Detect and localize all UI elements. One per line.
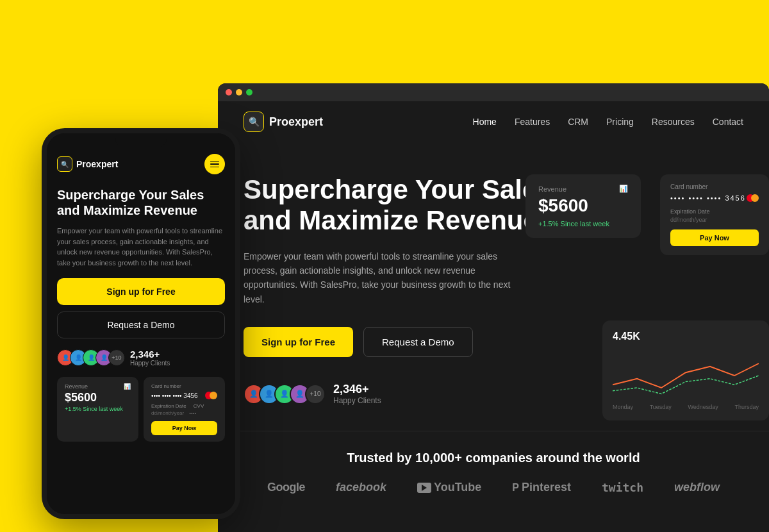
hero-subtitle: Empower your team with powerful tools to…: [244, 249, 513, 307]
line-chart: [613, 350, 759, 401]
play-triangle: [422, 485, 427, 491]
phone-revenue-label: Revenue 📊: [65, 383, 131, 390]
phone-demo-button[interactable]: Request a Demo: [57, 312, 225, 338]
trusted-title: Trusted by 10,000+ companies around the …: [244, 451, 743, 465]
desktop-logo-text: Proexpert: [269, 115, 323, 129]
webflow-logo: webflow: [674, 481, 720, 494]
pay-button[interactable]: Pay Now: [670, 229, 759, 246]
payment-card-number: •••• •••• •••• 3456: [670, 194, 759, 202]
payment-card-label: Card number: [670, 183, 759, 190]
phone-menu-button[interactable]: [204, 154, 225, 174]
phone-hero-subtitle: Empower your team with powerful tools to…: [57, 226, 225, 268]
avatar-overflow: +10: [305, 384, 326, 404]
revenue-amount: $5600: [538, 195, 628, 216]
phone-revenue-growth: +1.5% Since last week: [65, 406, 131, 412]
clients-row: 👤 👤 👤 👤 +10 2,346+ Happy Clients: [244, 383, 577, 405]
minimize-dot: [236, 89, 242, 96]
card-label: Card number: [151, 383, 217, 389]
browser-titlebar: [218, 83, 769, 101]
browser-window: 🔍 Proexpert Home Features CRM Pricing Re…: [218, 83, 769, 532]
nav-item-features[interactable]: Features: [515, 116, 550, 128]
phone-logo-icon: 🔍: [57, 156, 72, 172]
logo-area: 🔍 Proexpert: [244, 112, 323, 132]
google-logo: Google: [267, 481, 305, 494]
phone-clients-label: Happy Clients: [130, 360, 170, 367]
nav-item-crm[interactable]: CRM: [568, 116, 588, 128]
nav-links: Home Features CRM Pricing Resources Cont…: [473, 116, 743, 128]
payment-card: Card number •••• •••• •••• 3456 Expirati…: [660, 174, 769, 255]
demo-button[interactable]: Request a Demo: [363, 327, 473, 357]
close-dot: [226, 89, 232, 96]
trusted-section: Trusted by 10,000+ companies around the …: [218, 431, 769, 513]
phone-screen: 🔍 Proexpert Supercharge Your Sales and M…: [47, 133, 235, 514]
twitch-logo: twitch: [602, 481, 643, 494]
youtube-logo: YouTube: [417, 481, 481, 494]
revenue-card-label: Revenue 📊: [538, 185, 628, 193]
expiry-label: Expiration Date CVV: [151, 403, 217, 409]
phone-nav: 🔍 Proexpert: [57, 154, 225, 174]
chart-value: 4.45K: [613, 331, 759, 342]
nav-item-pricing[interactable]: Pricing: [606, 116, 634, 128]
phone-avatar-stack: 👤 👤 👤 👤 +10: [57, 349, 125, 366]
phone-clients-count: 2,346+: [130, 349, 170, 360]
mastercard-icon: [747, 194, 759, 202]
phone-revenue-card: Revenue 📊 $5600 +1.5% Since last week: [57, 377, 138, 442]
avatar-stack: 👤 👤 👤 👤 +10: [244, 384, 326, 404]
chart-card: 4.45K Monday Tuesday Wednesday Thursday: [602, 320, 769, 420]
clients-count: 2,346+: [333, 383, 381, 396]
nav-item-resources[interactable]: Resources: [652, 116, 695, 128]
phone-revenue-amount: $5600: [65, 391, 131, 404]
signup-button[interactable]: Sign up for Free: [244, 327, 353, 357]
expiry-row: dd/month/year ••••: [151, 410, 217, 416]
desktop-nav: 🔍 Proexpert Home Features CRM Pricing Re…: [218, 101, 769, 142]
desktop-logo-icon: 🔍: [244, 112, 264, 132]
payment-expiry-label: Expiration Date: [670, 208, 759, 215]
card-number: •••• •••• •••• 3456: [151, 392, 217, 399]
youtube-icon: [417, 483, 431, 493]
nav-item-contact[interactable]: Contact: [713, 116, 743, 128]
phone-hero-title: Supercharge Your Sales and Maximize Reve…: [57, 187, 225, 218]
phone-pay-button[interactable]: Pay Now: [151, 421, 217, 435]
clients-label: Happy Clients: [333, 396, 381, 405]
payment-expiry-val: dd/month/year: [670, 217, 759, 223]
facebook-logo: facebook: [336, 481, 386, 494]
revenue-card: Revenue 📊 $5600 +1.5% Since last week: [525, 174, 641, 238]
pinterest-logo: P Pinterest: [512, 481, 571, 494]
mobile-mockup: 🔍 Proexpert Supercharge Your Sales and M…: [42, 128, 240, 519]
phone-payment-card: Card number •••• •••• •••• 3456 Expirati…: [144, 377, 225, 442]
hero-buttons: Sign up for Free Request a Demo: [244, 327, 577, 357]
phone-logo: 🔍 Proexpert: [57, 156, 118, 172]
phone-bottom-cards: Revenue 📊 $5600 +1.5% Since last week Ca…: [57, 377, 225, 442]
menu-line: [210, 167, 219, 168]
nav-item-home[interactable]: Home: [473, 116, 497, 128]
phone-notch: [115, 133, 167, 147]
phone-logo-text: Proexpert: [76, 159, 118, 169]
phone-clients-row: 👤 👤 👤 👤 +10 2,346+ Happy Clients: [57, 349, 225, 367]
revenue-growth: +1.5% Since last week: [538, 220, 628, 228]
avatar-overflow: +10: [108, 349, 125, 366]
maximize-dot: [246, 89, 252, 96]
chart-days: Monday Tuesday Wednesday Thursday: [613, 404, 759, 410]
phone-signup-button[interactable]: Sign up for Free: [57, 278, 225, 305]
mastercard-icon: [205, 392, 217, 399]
menu-line: [210, 161, 219, 162]
brand-logos: Google facebook YouTube P Pinterest twit…: [244, 481, 743, 494]
menu-line: [210, 163, 219, 165]
